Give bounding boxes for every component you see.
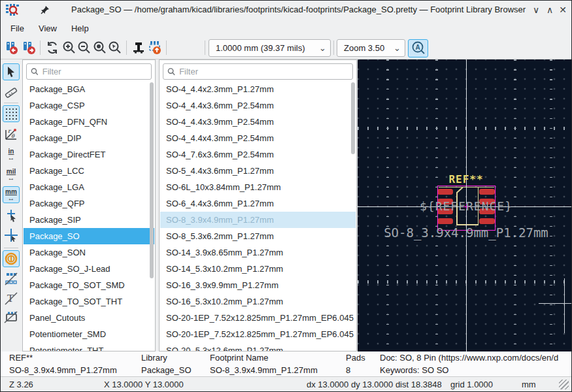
footprint-list-item[interactable]: SO-16_3.9x9.9mm_P1.27mm	[160, 277, 356, 293]
library-list-item[interactable]: Package_SIP	[24, 212, 154, 228]
menu-view[interactable]: View	[31, 21, 64, 36]
library-list-item[interactable]: Package_SON	[24, 244, 154, 261]
left-right-arrow-icon: ↔	[8, 174, 15, 181]
library-list-item[interactable]: Package_TO_SOT_THT	[24, 293, 154, 310]
footprint-list[interactable]: SO-4_4.4x2.3mm_P1.27mmSO-4_4.4x3.6mm_P2.…	[160, 81, 356, 351]
footprint-list-item[interactable]: SO-5_4.4x3.6mm_P1.27mm	[160, 163, 356, 179]
library-filter-input[interactable]	[42, 67, 147, 76]
library-list-item[interactable]: Package_SO_J-Lead	[24, 261, 154, 277]
menu-file[interactable]: File	[3, 21, 31, 36]
menu-help[interactable]: Help	[64, 21, 96, 36]
library-list[interactable]: Package_BGAPackage_CSPPackage_DFN_QFNPac…	[24, 81, 154, 351]
previous-library-button[interactable]	[3, 39, 20, 56]
library-list-item[interactable]: Potentiometer_THT	[24, 342, 154, 351]
library-list-item[interactable]: Package_TO_SOT_SMD	[24, 277, 154, 293]
zoom-out-button[interactable]	[76, 39, 93, 56]
resize-grip[interactable]	[559, 380, 569, 389]
reference-designator-text: REF**	[358, 173, 571, 186]
zoom-level-combo[interactable]: Zoom 3.50 ⌄	[337, 39, 405, 57]
footprint-list-item[interactable]: SO-14_3.9x8.65mm_P1.27mm	[160, 244, 356, 261]
refresh-view-button[interactable]	[44, 39, 61, 56]
footprint-library-browser-window: Package_SO — /home/graham/kicad/librarie…	[0, 0, 572, 392]
polar-theta-label: θ	[11, 133, 15, 139]
library-filter-box[interactable]	[26, 63, 152, 80]
high-contrast-bar	[10, 255, 12, 262]
footprint-info-bar: REF** SO-8_3.9x4.9mm_P1.27mm Library Pac…	[1, 351, 571, 376]
footprint-list-item[interactable]: SO-8_3.9x4.9mm_P1.27mm	[160, 212, 356, 228]
footprint-list-item[interactable]: SO-16_5.3x10.2mm_P1.27mm	[160, 293, 356, 310]
measure-tool-button[interactable]	[3, 84, 20, 101]
select-tool-button[interactable]	[3, 63, 20, 80]
info-library-value: Package_SO	[141, 364, 192, 376]
library-list-item[interactable]: Package_SO	[24, 228, 154, 244]
footprint-name-text: SO-8_3.9x4.9mm_P1.27mm	[358, 225, 571, 240]
auto-zoom-letter: A	[415, 44, 420, 51]
high-contrast-mode-toggle[interactable]	[3, 250, 20, 267]
footprint-filter-input[interactable]	[179, 67, 348, 76]
text-sketch-letter: T	[7, 292, 14, 304]
grid-visibility-toggle[interactable]	[3, 105, 20, 122]
grid-size-combo[interactable]: 1.0000 mm (39.37 mils) ⌄	[209, 39, 331, 57]
footprint-scrollbar[interactable]	[351, 82, 355, 154]
info-reference-label: REF**	[9, 351, 117, 364]
chevron-down-icon: ⌄	[314, 43, 326, 53]
sketch-graphics-toggle[interactable]	[3, 308, 20, 325]
library-list-item[interactable]: Package_CSP	[24, 97, 154, 114]
status-units: mm	[522, 380, 536, 389]
info-doc: Doc: SO, 8 Pin (https://www.nxp.com/docs…	[380, 351, 558, 364]
next-library-button[interactable]	[21, 39, 38, 56]
library-scrollbar[interactable]	[150, 82, 154, 278]
footprint-list-item[interactable]: SO-4_4.4x3.9mm_P2.54mm	[160, 114, 356, 130]
units-inches-button[interactable]: in ↔	[3, 146, 20, 163]
footprint-panel: SO-4_4.4x2.3mm_P1.27mmSO-4_4.4x3.6mm_P2.…	[159, 59, 357, 351]
footprint-list-item[interactable]: SO-4_4.4x2.3mm_P1.27mm	[160, 81, 356, 97]
footprint-list-item[interactable]: SO-20-1EP_7.52x12.825mm_P1.27mm_EP6.045	[160, 310, 356, 326]
library-list-item[interactable]: Package_LCC	[24, 163, 154, 179]
footprint-list-item[interactable]: SO-14_5.3x10.2mm_P1.27mm	[160, 261, 356, 277]
library-list-item[interactable]: Panel_Cutouts	[24, 310, 154, 326]
library-list-item[interactable]: Package_LGA	[24, 179, 154, 195]
footprint-list-item[interactable]: SO-4_7.6x3.6mm_P2.54mm	[160, 146, 356, 163]
full-window-crosshair-toggle[interactable]	[3, 227, 20, 244]
footprint-list-item[interactable]: SO-6_4.4x3.6mm_P1.27mm	[160, 195, 356, 212]
pin-icon[interactable]	[41, 5, 50, 14]
footprint-preview-canvas[interactable]: REF** ${REFERENCE} SO-8_3.9x4.9mm_P1.27m…	[358, 59, 571, 351]
footprint-list-item[interactable]: SO-20-1EP_7.52x12.825mm_P1.27mm_EP6.045	[160, 326, 356, 342]
units-mm-button[interactable]: mm ↔	[3, 186, 20, 203]
sketch-text-toggle[interactable]: T	[3, 290, 20, 307]
window-title: Package_SO — /home/graham/kicad/librarie…	[71, 5, 526, 14]
units-mils-button[interactable]: mil ↔	[3, 166, 20, 183]
app-icon	[5, 3, 20, 16]
left-right-arrow-icon: ↔	[8, 195, 15, 201]
library-list-item[interactable]: Potentiometer_SMD	[24, 326, 154, 342]
polar-coordinates-toggle[interactable]: r θ	[3, 125, 20, 142]
library-list-item[interactable]: Package_DFN_QFN	[24, 114, 154, 130]
footprint-list-item[interactable]: SO-8_5.3x6.2mm_P1.27mm	[160, 228, 356, 244]
cursor-shape-toggle[interactable]	[3, 207, 20, 224]
zoom-level-value: Zoom 3.50	[344, 43, 384, 53]
info-library-label: Library	[141, 351, 192, 364]
search-icon	[31, 67, 39, 76]
footprint-list-item[interactable]: SO-6L_10x3.84mm_P1.27mm	[160, 179, 356, 195]
minimize-button[interactable]: ∨	[530, 3, 543, 16]
info-pads-label: Pads	[346, 351, 365, 364]
cursor-crosshair-horizontal	[539, 303, 571, 304]
status-delta: dx 13.0000 dy 13.0000 dist 18.3848	[307, 380, 442, 389]
insert-footprint-into-board-button[interactable]	[146, 39, 163, 56]
close-button[interactable]: ✕	[556, 3, 569, 16]
automatic-zoom-toggle[interactable]: A	[408, 39, 428, 57]
footprint-list-item[interactable]: SO-4_4.4x4.3mm_P2.54mm	[160, 130, 356, 146]
zoom-to-selection-button[interactable]	[107, 39, 124, 56]
sketch-pads-toggle[interactable]	[3, 270, 20, 287]
footprint-list-item[interactable]: SO-4_4.4x3.6mm_P2.54mm	[160, 97, 356, 114]
chevron-down-icon: ⌄	[388, 43, 401, 53]
library-list-item[interactable]: Package_QFP	[24, 195, 154, 212]
maximize-button[interactable]: ∧	[543, 3, 556, 16]
footprint-list-item[interactable]: SO-20_5.3x12.6mm_P1.27mm	[160, 342, 356, 351]
library-list-item[interactable]: Package_BGA	[24, 81, 154, 97]
library-list-item[interactable]: Package_DirectFET	[24, 146, 154, 163]
footprint-filter-box[interactable]	[163, 63, 353, 80]
library-list-item[interactable]: Package_DIP	[24, 130, 154, 146]
titlebar[interactable]: Package_SO — /home/graham/kicad/librarie…	[1, 1, 571, 19]
show-pad-icon-button[interactable]	[130, 39, 147, 56]
